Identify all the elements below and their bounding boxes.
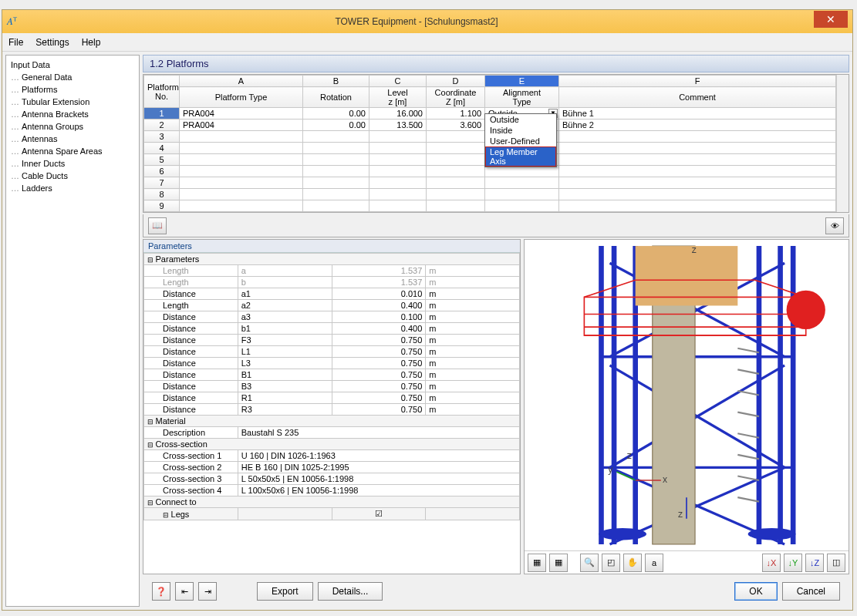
grid-scrollbar[interactable] bbox=[836, 75, 849, 212]
param-group[interactable]: Connect to bbox=[144, 497, 520, 508]
param-val[interactable]: Baustahl S 235 bbox=[238, 427, 519, 439]
tree-inner-ducts[interactable]: Inner Ducts bbox=[8, 157, 137, 170]
tree-platforms[interactable]: Platforms bbox=[8, 83, 137, 96]
tree-ladders[interactable]: Ladders bbox=[8, 182, 137, 194]
cell-z[interactable] bbox=[427, 200, 485, 212]
cell-z[interactable]: 3.600 bbox=[427, 119, 485, 131]
tree-tubular-extension[interactable]: Tubular Extension bbox=[8, 96, 137, 108]
cell-comment[interactable]: Bühne 1 bbox=[559, 108, 836, 119]
param-var[interactable]: F3 bbox=[238, 335, 332, 346]
preview-canvas[interactable]: x y z z z bbox=[525, 240, 849, 550]
param-val[interactable]: 0.750 bbox=[332, 358, 426, 369]
param-val[interactable]: U 160 | DIN 1026-1:1963 bbox=[238, 450, 519, 462]
row-no[interactable]: 8 bbox=[144, 189, 180, 200]
param-var[interactable]: a2 bbox=[238, 300, 332, 311]
cell-type[interactable] bbox=[180, 177, 303, 189]
cell-rotation[interactable] bbox=[303, 131, 369, 143]
param-val[interactable]: 0.750 bbox=[332, 369, 426, 381]
tb-view-iso[interactable]: ◫ bbox=[827, 554, 845, 572]
cell-type[interactable] bbox=[180, 189, 303, 200]
cell-type[interactable]: PRA004 bbox=[180, 108, 303, 119]
row-no[interactable]: 6 bbox=[144, 166, 180, 177]
cell-comment[interactable] bbox=[559, 200, 836, 212]
export-icon-button[interactable]: ⇥ bbox=[198, 582, 217, 601]
param-val[interactable]: 0.750 bbox=[332, 335, 426, 346]
cell-level[interactable] bbox=[369, 189, 427, 200]
param-val[interactable]: 0.100 bbox=[332, 311, 426, 323]
platforms-grid[interactable]: Platform No. A B C D E F Platform Type R… bbox=[143, 74, 849, 213]
alignment-dropdown[interactable]: OutsideInsideUser-DefinedLeg Member Axis bbox=[484, 113, 557, 167]
library-button[interactable]: 📖 bbox=[148, 217, 167, 234]
param-key[interactable]: Length bbox=[144, 277, 238, 288]
cell-type[interactable] bbox=[180, 200, 303, 212]
param-key[interactable]: Distance bbox=[144, 392, 238, 404]
row-no[interactable]: 9 bbox=[144, 200, 180, 212]
param-val[interactable]: 0.750 bbox=[332, 346, 426, 358]
param-val[interactable]: 0.750 bbox=[332, 392, 426, 404]
cell-level[interactable]: 13.500 bbox=[369, 119, 427, 131]
cell-level[interactable] bbox=[369, 200, 427, 212]
param-group[interactable]: Material bbox=[144, 416, 520, 427]
param-key[interactable]: Distance bbox=[144, 369, 238, 381]
cell-level[interactable] bbox=[369, 154, 427, 166]
param-key[interactable]: Distance bbox=[144, 288, 238, 300]
row-no[interactable]: 5 bbox=[144, 154, 180, 166]
param-var[interactable]: R3 bbox=[238, 404, 332, 416]
tb-view-z[interactable]: ↓Z bbox=[805, 554, 824, 572]
ok-button[interactable]: OK bbox=[734, 582, 777, 601]
tb-page2[interactable]: ▦ bbox=[549, 554, 568, 572]
param-var[interactable]: L3 bbox=[238, 358, 332, 369]
param-val[interactable]: 0.400 bbox=[332, 323, 426, 335]
dropdown-option[interactable]: Outside bbox=[485, 114, 556, 125]
cell-level[interactable]: 16.000 bbox=[369, 108, 427, 119]
cell-comment[interactable] bbox=[559, 143, 836, 154]
help-button[interactable]: ❓ bbox=[152, 582, 170, 601]
cell-comment[interactable] bbox=[559, 154, 836, 166]
tree-antenna-spare-areas[interactable]: Antenna Spare Areas bbox=[8, 145, 137, 157]
param-val[interactable]: HE B 160 | DIN 1025-2:1995 bbox=[238, 462, 519, 473]
cell-comment[interactable] bbox=[559, 189, 836, 200]
param-key[interactable]: Length bbox=[144, 265, 238, 277]
cancel-button[interactable]: Cancel bbox=[782, 582, 840, 601]
cell-z[interactable] bbox=[427, 189, 485, 200]
menu-help[interactable]: Help bbox=[82, 37, 101, 48]
cell-level[interactable] bbox=[369, 177, 427, 189]
row-no[interactable]: 2 bbox=[144, 119, 180, 131]
param-val[interactable]: 0.400 bbox=[332, 300, 426, 311]
cell-rotation[interactable] bbox=[303, 166, 369, 177]
param-key[interactable]: Distance bbox=[144, 335, 238, 346]
param-key[interactable]: Legs bbox=[144, 508, 238, 520]
param-var[interactable] bbox=[238, 508, 332, 520]
tb-rect[interactable]: ◰ bbox=[602, 554, 620, 572]
close-button[interactable]: ✕ bbox=[814, 11, 848, 28]
row-no[interactable]: 1 bbox=[144, 108, 180, 119]
param-var[interactable]: a3 bbox=[238, 311, 332, 323]
param-key[interactable]: Cross-section 3 bbox=[144, 473, 238, 485]
tb-zoom[interactable]: 🔍 bbox=[580, 554, 599, 572]
cell-comment[interactable] bbox=[559, 131, 836, 143]
menu-file[interactable]: File bbox=[8, 37, 23, 48]
param-key[interactable]: Length bbox=[144, 300, 238, 311]
cell-z[interactable]: 1.100 bbox=[427, 108, 485, 119]
cell-rotation[interactable] bbox=[303, 177, 369, 189]
param-var[interactable]: b bbox=[238, 277, 332, 288]
cell-comment[interactable]: Bühne 2 bbox=[559, 119, 836, 131]
param-var[interactable]: L1 bbox=[238, 346, 332, 358]
cell-level[interactable] bbox=[369, 166, 427, 177]
param-key[interactable]: Distance bbox=[144, 346, 238, 358]
tree-antenna-groups[interactable]: Antenna Groups bbox=[8, 120, 137, 133]
param-key[interactable]: Cross-section 1 bbox=[144, 450, 238, 462]
cell-z[interactable] bbox=[427, 131, 485, 143]
tree-root[interactable]: Input Data bbox=[8, 59, 137, 71]
row-no[interactable]: 7 bbox=[144, 177, 180, 189]
cell-rotation[interactable] bbox=[303, 154, 369, 166]
param-key[interactable]: Distance bbox=[144, 381, 238, 392]
tb-view-x[interactable]: ↓X bbox=[762, 554, 781, 572]
cell-align[interactable] bbox=[485, 200, 559, 212]
cell-type[interactable] bbox=[180, 154, 303, 166]
cell-type[interactable] bbox=[180, 143, 303, 154]
cell-rotation[interactable] bbox=[303, 143, 369, 154]
cell-z[interactable] bbox=[427, 166, 485, 177]
row-no[interactable]: 4 bbox=[144, 143, 180, 154]
param-var[interactable]: a1 bbox=[238, 288, 332, 300]
